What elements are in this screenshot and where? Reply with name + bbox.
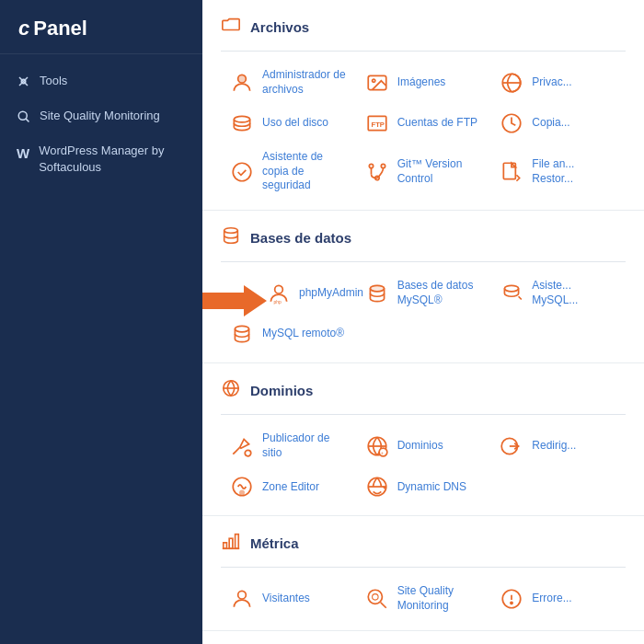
item-dominios[interactable]: + Dominios xyxy=(356,424,491,467)
item-file-restore[interactable]: File an... Restor... xyxy=(490,143,626,201)
redirig-label: Redirig... xyxy=(532,439,576,454)
logo-c: c xyxy=(18,17,29,40)
dominios-icon: + xyxy=(365,434,389,458)
svg-point-40 xyxy=(240,491,244,495)
dominios-label: Dominios xyxy=(397,439,443,454)
svg-point-17 xyxy=(369,164,373,167)
sidebar: cPanel Tools Site Quality Monitoring xyxy=(0,0,202,644)
item-cuentas-ftp[interactable]: FTP Cuentas de FTP xyxy=(356,104,491,143)
globe-icon xyxy=(221,378,241,403)
item-phpmyadmin[interactable]: php phpMyAdmin xyxy=(221,271,356,315)
svg-point-12 xyxy=(234,117,249,123)
item-redirig[interactable]: Redirig... xyxy=(490,424,626,467)
copia-label: Copia... xyxy=(532,116,569,131)
sidebar-logo: cPanel xyxy=(0,0,202,54)
item-asiste-mysql[interactable]: Asiste... MySQL... xyxy=(490,271,626,315)
database-section-icon xyxy=(221,225,241,250)
redirig-icon xyxy=(500,434,523,458)
item-git[interactable]: Git™ Version Control xyxy=(356,143,491,201)
zone-editor-label: Zone Editor xyxy=(262,480,319,495)
item-admin-archivos[interactable]: Administrador de archivos xyxy=(221,61,356,104)
zone-editor-icon xyxy=(230,475,254,499)
errore-label: Errore... xyxy=(532,592,571,606)
section-header-dominios: Dominios xyxy=(221,378,626,403)
item-bases-mysql[interactable]: Bases de datos MySQL® xyxy=(356,271,491,315)
item-publicador[interactable]: Publicador de sitio xyxy=(221,424,356,467)
imagenes-icon xyxy=(365,71,389,95)
cuentas-ftp-icon: FTP xyxy=(365,111,389,135)
sidebar-item-label-site-quality: Site Quality Monitoring xyxy=(40,108,160,124)
section-dominios: Dominios Publicador de sitio + xyxy=(202,363,644,516)
svg-point-29 xyxy=(235,326,248,332)
git-label: Git™ Version Control xyxy=(397,157,482,186)
bases-mysql-icon xyxy=(365,282,389,305)
site-quality-mon-label: Site Quality Monitoring xyxy=(397,584,482,613)
svg-point-9 xyxy=(372,79,374,82)
file-restore-label: File an... Restor... xyxy=(532,157,616,186)
svg-point-3 xyxy=(18,111,27,120)
sidebar-item-site-quality[interactable]: Site Quality Monitoring xyxy=(0,100,202,135)
tools-icon xyxy=(17,74,30,93)
item-privac[interactable]: Privac... xyxy=(490,61,626,104)
sidebar-item-tools[interactable]: Tools xyxy=(0,65,202,100)
uso-disco-icon xyxy=(230,111,254,135)
site-quality-mon-icon xyxy=(365,587,389,611)
svg-text:php: php xyxy=(274,299,282,304)
uso-disco-label: Uso del disco xyxy=(262,116,328,131)
main-content: Archivos Administrador de archivos Imáge… xyxy=(202,0,644,644)
site-quality-icon xyxy=(17,109,30,128)
asistente-copia-label: Asistente de copia de seguridad xyxy=(262,150,347,193)
visitantes-icon xyxy=(230,587,254,611)
svg-rect-44 xyxy=(224,543,227,548)
svg-point-51 xyxy=(372,594,378,601)
item-site-quality-mon[interactable]: Site Quality Monitoring xyxy=(356,577,491,620)
svg-point-18 xyxy=(381,164,385,167)
cpanel-logo: cPanel xyxy=(18,17,184,40)
privac-label: Privac... xyxy=(532,75,571,90)
item-dynamic-dns[interactable]: Dynamic DNS xyxy=(356,467,491,506)
svg-point-23 xyxy=(275,285,283,293)
svg-rect-7 xyxy=(239,75,246,82)
bases-datos-grid: php phpMyAdmin Bases de datos MySQL® xyxy=(221,271,626,353)
asistente-copia-icon xyxy=(230,160,254,184)
dynamic-dns-label: Dynamic DNS xyxy=(397,480,466,495)
phpmyadmin-icon: php xyxy=(267,282,291,305)
item-uso-disco[interactable]: Uso del disco xyxy=(221,104,356,143)
section-title-metrica: Métrica xyxy=(250,535,299,551)
item-imagenes[interactable]: Imágenes xyxy=(356,61,491,104)
logo-panel: Panel xyxy=(33,17,87,40)
item-visitantes[interactable]: Visitantes xyxy=(221,577,356,620)
svg-line-28 xyxy=(519,296,522,299)
item-zone-editor[interactable]: Zone Editor xyxy=(221,467,356,506)
svg-point-54 xyxy=(511,602,512,604)
publicador-icon xyxy=(230,434,254,458)
svg-point-48 xyxy=(238,591,247,599)
item-errore[interactable]: Errore... xyxy=(490,577,626,620)
svg-point-16 xyxy=(233,163,251,181)
svg-line-4 xyxy=(26,119,29,121)
cuentas-ftp-label: Cuentas de FTP xyxy=(397,116,477,131)
metrica-grid: Visitantes Site Quality Monitoring Error… xyxy=(221,577,626,620)
sidebar-item-label-wordpress: WordPress Manager by Softaculous xyxy=(39,143,186,176)
sidebar-item-label-tools: Tools xyxy=(40,73,67,89)
section-title-archivos: Archivos xyxy=(250,19,309,35)
sidebar-item-wordpress[interactable]: W WordPress Manager by Softaculous xyxy=(0,135,202,183)
item-mysql-remoto[interactable]: MySQL remoto® xyxy=(221,315,356,353)
git-icon xyxy=(365,160,389,184)
section-metrica: Métrica Visitantes Site Quality Monitori… xyxy=(202,516,644,630)
svg-point-49 xyxy=(368,590,382,604)
section-archivos: Archivos Administrador de archivos Imáge… xyxy=(202,0,644,211)
section-title-dominios: Dominios xyxy=(250,383,313,398)
phpmyadmin-label: phpMyAdmin xyxy=(299,286,363,301)
admin-archivos-icon xyxy=(230,71,254,95)
chart-icon xyxy=(221,531,241,556)
mysql-remoto-icon xyxy=(230,322,254,346)
item-copia[interactable]: Copia... xyxy=(490,104,626,143)
visitantes-label: Visitantes xyxy=(262,592,310,606)
item-asistente-copia[interactable]: Asistente de copia de seguridad xyxy=(221,143,356,201)
svg-text:FTP: FTP xyxy=(371,121,384,130)
mysql-remoto-label: MySQL remoto® xyxy=(262,327,344,341)
dominios-grid: Publicador de sitio + Dominios xyxy=(221,424,626,506)
errore-icon xyxy=(500,587,523,611)
sidebar-navigation: Tools Site Quality Monitoring W WordPres… xyxy=(0,54,202,194)
